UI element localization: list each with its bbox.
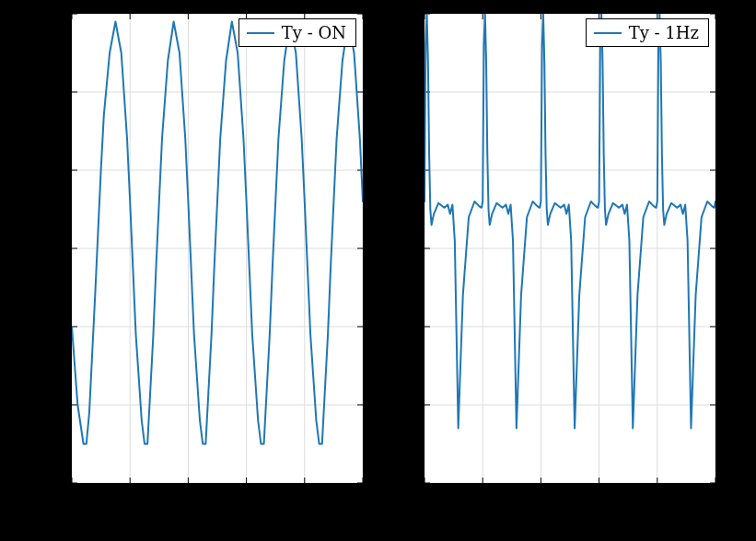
y-tick-label: -15 — [37, 473, 64, 492]
y-tick-label: 15 — [395, 4, 416, 23]
x-tick-label: 2 — [535, 488, 545, 507]
x-tick-label: 3 — [240, 488, 250, 507]
y-tick-label: -5 — [47, 317, 64, 336]
x-tick-label: 0 — [65, 488, 76, 507]
y-axis-label: Torque (Nm) — [7, 194, 27, 301]
y-tick-label: -5 — [400, 317, 416, 336]
x-tick-label: 1 — [123, 488, 134, 507]
y-tick-label: 0 — [53, 238, 64, 258]
x-tick-label: 0 — [418, 488, 428, 507]
legend: Ty - ON — [238, 18, 356, 47]
chart-panel-0 — [71, 13, 364, 484]
series-line — [425, 14, 715, 429]
y-tick-label: 10 — [42, 82, 64, 101]
x-tick-label: 2 — [182, 488, 192, 507]
y-tick-label: -10 — [390, 395, 416, 414]
x-tick-label: 3 — [593, 488, 603, 507]
y-tick-label: 5 — [53, 160, 64, 179]
x-tick-label: 5 — [709, 488, 719, 507]
x-tick-label: 4 — [298, 488, 308, 507]
legend-label: Ty - ON — [282, 23, 346, 42]
legend-swatch — [594, 32, 622, 34]
y-tick-label: -15 — [390, 473, 416, 492]
x-axis-label: Time (s) — [535, 510, 604, 529]
x-tick-label: 4 — [651, 488, 661, 507]
legend: Ty - 1Hz — [586, 18, 709, 47]
legend-label: Ty - 1Hz — [629, 23, 699, 42]
y-tick-label: -10 — [37, 395, 64, 414]
x-tick-label: 5 — [356, 488, 366, 507]
y-tick-label: 15 — [42, 4, 64, 23]
chart-panel-1 — [424, 13, 716, 484]
y-tick-label: 5 — [406, 160, 416, 179]
legend-swatch — [247, 32, 274, 34]
figure: 012345-15-10-5051015Ty - ONTime (s)Torqu… — [0, 0, 756, 541]
y-tick-label: 10 — [395, 82, 416, 101]
x-tick-label: 1 — [476, 488, 486, 507]
y-tick-label: 0 — [406, 238, 416, 258]
x-axis-label: Time (s) — [182, 510, 251, 529]
series-line — [72, 22, 363, 444]
